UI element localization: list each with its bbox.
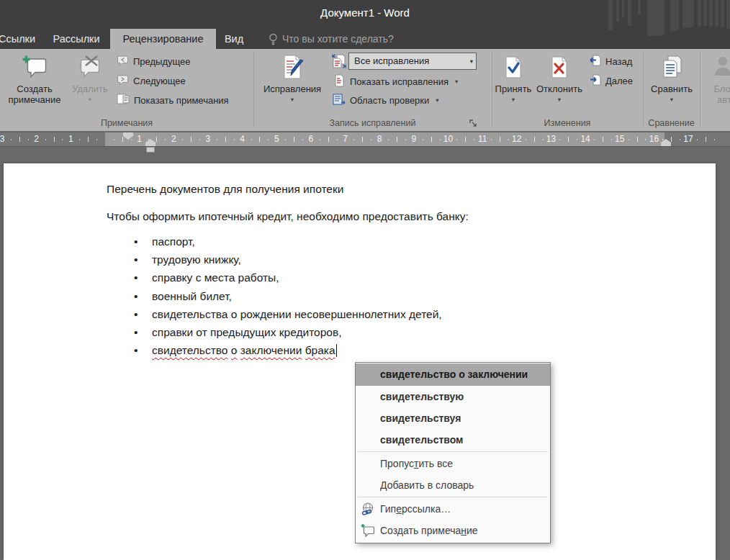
ruler-tick	[268, 139, 269, 140]
misspelled-word[interactable]: заключении	[240, 344, 302, 356]
ruler-number: 16	[649, 132, 659, 146]
tab-mailings[interactable]: Рассылки	[53, 29, 100, 49]
hyperlink-icon	[361, 502, 375, 516]
bullet-list-item[interactable]: •военный билет,	[107, 287, 682, 305]
compare-icon	[659, 54, 684, 80]
previous-comment-button[interactable]: Предыдущее	[117, 55, 191, 68]
back-icon	[589, 55, 601, 68]
ruler-number: 4	[240, 132, 245, 146]
spelling-suggestions: свидетельство о заключениисвидетельствую…	[356, 363, 550, 451]
group-label-compare: Сравнение	[643, 117, 700, 129]
new-comment-menu-icon	[361, 523, 375, 538]
ruler-number: 6	[309, 132, 314, 146]
ruler-number: 3	[0, 132, 4, 146]
track-changes-icon	[279, 54, 305, 80]
ruler-number: 8	[377, 132, 382, 146]
ruler-tick	[131, 139, 132, 140]
ruler-tick	[440, 139, 441, 140]
display-for-review-combobox[interactable]: Все исправления ▾	[348, 53, 477, 70]
chevron-down-icon: ▾	[436, 96, 438, 104]
ruler-tick	[534, 137, 535, 142]
bullet-text: трудовую книжку,	[152, 250, 241, 268]
group-separator	[643, 52, 644, 127]
ruler-tick	[62, 139, 63, 140]
ruler-number: 3	[206, 132, 211, 146]
bullet-list-item[interactable]: •трудовую книжку,	[107, 250, 682, 268]
lightbulb-icon	[268, 33, 279, 48]
back-change-button[interactable]: Назад	[589, 55, 632, 68]
ruler-tick	[122, 137, 123, 142]
ruler-number: 2	[171, 132, 176, 146]
forward-icon	[589, 74, 601, 88]
menu-item-add-to-dictionary[interactable]: Добавить в словарь	[356, 474, 550, 496]
ruler-tick	[706, 137, 706, 142]
misspelled-word[interactable]: свидетельство	[152, 344, 227, 356]
suggestion-item[interactable]: свидетельство о заключении	[356, 363, 550, 386]
misspelled-word[interactable]: брака	[305, 344, 335, 356]
compare-button[interactable]: Сравнить ▾	[646, 52, 697, 103]
suggestion-item[interactable]: свидетельством	[356, 429, 550, 451]
reject-icon	[549, 54, 570, 80]
ruler-tick	[191, 137, 191, 142]
tab-view[interactable]: Вид	[217, 29, 251, 49]
bullet-text: справки от предыдущих кредиторов,	[152, 323, 342, 341]
ruler-number: 11	[478, 132, 487, 146]
ruler[interactable]: 3211234567891011121314151617	[0, 131, 730, 154]
bullet-list-item[interactable]: •свидетельства о рождении несовершенноле…	[107, 305, 682, 323]
bullet-list-item[interactable]: •справку с места работы,	[107, 268, 682, 286]
text-cursor	[336, 344, 338, 357]
ruler-tick	[456, 139, 457, 140]
accept-button[interactable]: Принять ▾	[492, 52, 534, 103]
misspelled-word[interactable]: о	[231, 344, 238, 356]
bullet-text: справку с места работы,	[152, 268, 279, 286]
new-comment-button[interactable]: Создать примечание	[3, 52, 66, 105]
group-label-changes: Изменения	[492, 117, 643, 129]
document-heading: Перечень документов для получения ипотек…	[107, 183, 343, 196]
bullet-glyph: •	[134, 323, 138, 341]
tab-review[interactable]: Рецензирование	[110, 29, 216, 49]
ruler-tick	[79, 139, 80, 140]
ruler-tick	[397, 137, 397, 142]
reviewing-pane-button[interactable]: Область проверки ▾	[333, 94, 439, 107]
ruler-number: 12	[512, 132, 521, 146]
menu-item-ignore-all[interactable]: Пропустить все	[356, 453, 550, 474]
suggestion-item[interactable]: свидетельствую	[356, 386, 550, 407]
left-indent-marker[interactable]	[146, 147, 155, 153]
next-comment-button[interactable]: Следующее	[117, 74, 186, 87]
title-bar: Документ1 - Word Ссылки Рассылки Рецензи…	[0, 0, 730, 49]
ruler-tick	[465, 137, 466, 142]
ruler-tick	[671, 137, 672, 142]
show-comments-button[interactable]: Показать примечания	[117, 94, 229, 107]
delete-comment-button[interactable]: Удалить ▾	[69, 52, 111, 103]
dropdown-arrow: ▾	[558, 96, 561, 103]
bullet-list-item-misspelled[interactable]: •свидетельство о заключении брака	[107, 341, 682, 359]
show-comments-icon	[117, 94, 130, 107]
ruler-tick	[559, 139, 560, 140]
suggestion-item[interactable]: свидетельствуя	[356, 407, 550, 429]
ruler-tick	[19, 137, 20, 142]
ruler-tick	[165, 139, 166, 140]
bullet-list-item[interactable]: •справки от предыдущих кредиторов,	[107, 323, 682, 341]
tab-links[interactable]: Ссылки	[0, 29, 35, 49]
bullet-glyph: •	[134, 305, 138, 323]
block-authors-button[interactable]: Блок авт	[703, 52, 730, 105]
ruler-tick	[362, 137, 363, 142]
tell-me-box[interactable]: Что вы хотите сделать?	[282, 29, 394, 49]
ruler-tick	[423, 139, 423, 140]
ruler-tick	[96, 139, 97, 140]
show-markup-button[interactable]: Показать исправления ▾	[333, 75, 458, 88]
next-change-button[interactable]: Далее	[589, 74, 633, 87]
track-changes-button[interactable]: Исправления ▾	[258, 52, 327, 103]
bullet-text: свидетельства о рождении несовершеннолет…	[152, 305, 442, 323]
bullet-list-item[interactable]: •паспорт,	[107, 232, 682, 250]
ruler-tick	[54, 137, 55, 142]
ruler-tick	[543, 139, 544, 140]
dialog-launcher-icon[interactable]	[469, 118, 478, 127]
menu-item-hyperlink[interactable]: Гиперссылка…	[356, 498, 550, 520]
reviewing-pane-icon	[333, 93, 346, 108]
menu-item-new-comment[interactable]: Создать примечание	[356, 520, 550, 541]
ribbon: Создать примечание Удалить ▾ Предыдущее …	[0, 49, 730, 131]
ruler-tick	[156, 137, 157, 142]
ruler-tick	[508, 139, 509, 140]
reject-button[interactable]: Отклонить ▾	[536, 52, 583, 103]
